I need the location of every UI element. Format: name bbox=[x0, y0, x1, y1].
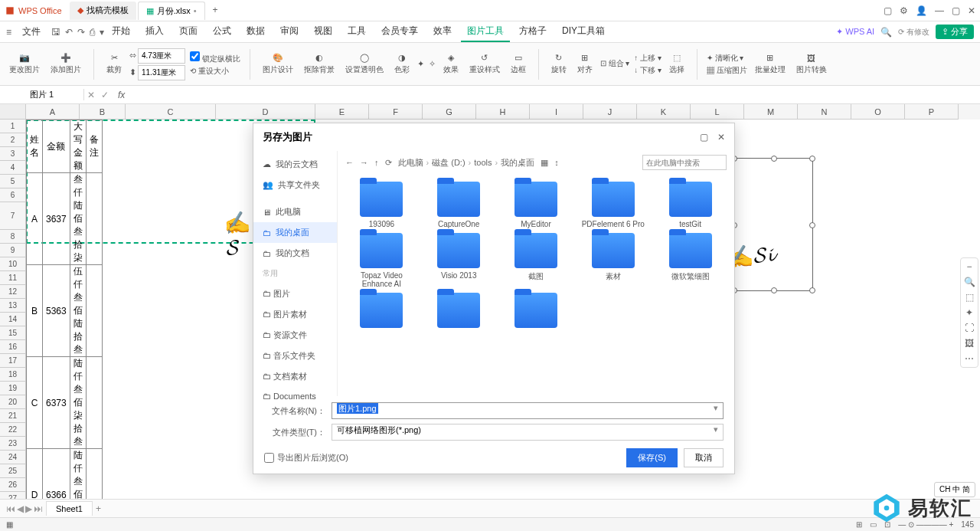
row-13[interactable]: 13 bbox=[0, 299, 26, 313]
col-J[interactable]: J bbox=[583, 104, 637, 120]
breadcrumb-part[interactable]: 我的桌面 bbox=[501, 157, 534, 169]
folder-item[interactable]: 截图 bbox=[500, 233, 573, 288]
zoom-out-icon[interactable]: − bbox=[962, 261, 976, 272]
header-upper[interactable]: 大写金额 bbox=[70, 120, 86, 173]
header-note[interactable]: 备注 bbox=[86, 120, 102, 173]
col-M[interactable]: M bbox=[744, 104, 798, 120]
row-17[interactable]: 17 bbox=[0, 354, 26, 368]
share-button[interactable]: ⇪ 分享 bbox=[936, 25, 974, 39]
folder-item[interactable] bbox=[423, 293, 495, 331]
col-K[interactable]: K bbox=[637, 104, 691, 120]
cell[interactable]: B bbox=[27, 265, 43, 357]
row-18[interactable]: 18 bbox=[0, 368, 26, 382]
row-14[interactable]: 14 bbox=[0, 313, 26, 326]
menu-插入[interactable]: 插入 bbox=[139, 21, 170, 42]
row-15[interactable]: 15 bbox=[0, 326, 26, 340]
menu-方格子[interactable]: 方格子 bbox=[513, 21, 553, 42]
tab-active-file[interactable]: ▦ 月份.xlsx • bbox=[138, 2, 205, 20]
row-7[interactable]: 7 bbox=[0, 202, 26, 230]
up-button[interactable]: ↑ 上移 ▾ bbox=[634, 53, 662, 64]
select-all-corner[interactable] bbox=[0, 104, 26, 120]
breadcrumb[interactable]: 此电脑›磁盘 (D:)›tools›我的桌面 bbox=[398, 157, 535, 169]
hamburger-icon[interactable]: ≡ bbox=[6, 27, 11, 38]
search-icon[interactable]: 🔍 bbox=[880, 27, 892, 38]
clarity-button[interactable]: ✦ 清晰化 ▾ bbox=[707, 53, 747, 64]
fx-icon[interactable]: fx bbox=[112, 90, 131, 100]
filetype-select[interactable]: 可移植网络图形(*.png) ▾ bbox=[332, 424, 724, 441]
folder-item[interactable]: CaptureOne bbox=[423, 182, 495, 228]
menu-DIY工具箱[interactable]: DIY工具箱 bbox=[556, 21, 611, 42]
select-button[interactable]: ⬚选择 bbox=[666, 51, 688, 77]
menu-页面[interactable]: 页面 bbox=[173, 21, 204, 42]
lock-ratio-check[interactable]: 锁定纵横比 bbox=[190, 51, 240, 64]
col-D[interactable]: D bbox=[216, 104, 315, 120]
cell[interactable] bbox=[86, 357, 102, 449]
row-4[interactable]: 4 bbox=[0, 161, 26, 175]
menu-审阅[interactable]: 审阅 bbox=[274, 21, 305, 42]
remove-bg-button[interactable]: ◐抠除背景 bbox=[301, 51, 338, 77]
save-icon[interactable]: 🖫 bbox=[51, 27, 60, 38]
folder-item[interactable]: Visio 2013 bbox=[423, 233, 495, 288]
row-12[interactable]: 12 bbox=[0, 285, 26, 299]
sheet-next-icon[interactable]: ▶ bbox=[25, 503, 32, 514]
row-1[interactable]: 1 bbox=[0, 120, 26, 133]
magic-icon[interactable]: ✦ bbox=[962, 307, 976, 318]
col-A[interactable]: A bbox=[26, 104, 80, 120]
row-19[interactable]: 19 bbox=[0, 382, 26, 395]
sort-icon[interactable]: ↕ bbox=[554, 158, 559, 167]
breadcrumb-part[interactable]: 此电脑 bbox=[398, 157, 423, 169]
sidebar-item[interactable]: 🗀 音乐文件夹 bbox=[253, 346, 337, 366]
menu-开始[interactable]: 开始 bbox=[106, 21, 136, 42]
rotate-button[interactable]: ↻旋转 bbox=[548, 51, 570, 77]
zoom-icon[interactable]: 🔍 bbox=[962, 277, 976, 287]
print-icon[interactable]: ⎙ bbox=[90, 27, 95, 38]
name-box[interactable]: 图片 1 bbox=[0, 89, 84, 100]
breadcrumb-part[interactable]: 磁盘 (D:) bbox=[432, 157, 465, 169]
cancel-formula-icon[interactable]: ✕ bbox=[84, 90, 98, 100]
row-5[interactable]: 5 bbox=[0, 175, 26, 188]
col-H[interactable]: H bbox=[476, 104, 530, 120]
folder-item[interactable] bbox=[500, 293, 573, 331]
confirm-formula-icon[interactable]: ✓ bbox=[98, 90, 112, 100]
row-6[interactable]: 6 bbox=[0, 188, 26, 202]
settings-icon[interactable]: ⚙ bbox=[900, 5, 908, 16]
menu-数据[interactable]: 数据 bbox=[240, 21, 271, 42]
menu-视图[interactable]: 视图 bbox=[308, 21, 338, 42]
sheet-prev-icon[interactable]: ◀ bbox=[17, 503, 24, 514]
row-21[interactable]: 21 bbox=[0, 409, 26, 423]
row-16[interactable]: 16 bbox=[0, 340, 26, 354]
sidebar-share[interactable]: 👥 共享文件夹 bbox=[253, 175, 337, 195]
col-C[interactable]: C bbox=[126, 104, 216, 120]
border-button[interactable]: ▭边框 bbox=[508, 51, 529, 77]
sidebar-item[interactable]: 🗀 文档素材 bbox=[253, 366, 337, 387]
col-E[interactable]: E bbox=[315, 104, 369, 120]
add-pic-button[interactable]: ➕添加图片 bbox=[47, 51, 84, 77]
cell[interactable]: 3637 bbox=[43, 173, 70, 265]
minimize-icon[interactable]: — bbox=[935, 5, 944, 16]
cell[interactable]: 6373 bbox=[43, 357, 70, 449]
dialog-close-icon[interactable]: ✕ bbox=[717, 132, 725, 143]
nav-refresh-icon[interactable]: ⟳ bbox=[385, 158, 392, 168]
new-tab-button[interactable]: + bbox=[207, 2, 224, 20]
sidebar-item[interactable]: 🗀 图片素材 bbox=[253, 304, 337, 325]
col-F[interactable]: F bbox=[369, 104, 423, 120]
more-icon[interactable]: ▾ bbox=[100, 27, 104, 38]
sidebar-docs[interactable]: 🗀 我的文档 bbox=[253, 243, 337, 264]
row-24[interactable]: 24 bbox=[0, 451, 26, 464]
crop-button[interactable]: ✂裁剪 bbox=[103, 51, 125, 77]
col-L[interactable]: L bbox=[691, 104, 744, 120]
nav-back-icon[interactable]: ← bbox=[345, 158, 354, 167]
close-icon[interactable]: ✕ bbox=[968, 5, 975, 16]
window-icon[interactable]: ▢ bbox=[884, 5, 892, 16]
folder-item[interactable]: Topaz Video Enhance AI bbox=[345, 233, 418, 288]
row-9[interactable]: 9 bbox=[0, 244, 26, 257]
wps-ai-button[interactable]: ✦ WPS AI bbox=[836, 27, 874, 37]
export-browse-check[interactable]: 导出图片后浏览(O) bbox=[264, 452, 348, 464]
sidebar-pc[interactable]: 🖥 此电脑 bbox=[253, 202, 337, 222]
pic-design-button[interactable]: 🎨图片设计 bbox=[260, 51, 296, 77]
expand-icon[interactable]: ⛶ bbox=[962, 323, 976, 333]
breadcrumb-part[interactable]: tools bbox=[474, 158, 492, 167]
sparkle-icon[interactable]: ✦ bbox=[417, 59, 424, 69]
combine-button[interactable]: ⊡ 组合 ▾ bbox=[600, 58, 630, 69]
compress-button[interactable]: ▦ 压缩图片 bbox=[707, 65, 747, 76]
